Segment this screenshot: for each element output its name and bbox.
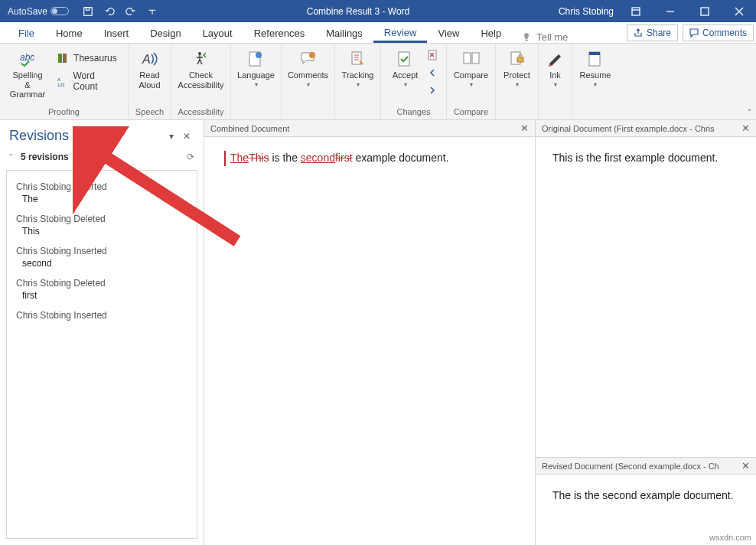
close-icon[interactable]: ✕ xyxy=(520,122,529,134)
collapse-revisions-icon[interactable]: ˄ xyxy=(9,153,13,161)
tab-home[interactable]: Home xyxy=(45,23,93,43)
revisions-pane: Revisions ▾ ✕ ˄ 5 revisions ⟳ Chris Stob… xyxy=(0,120,204,545)
revision-item[interactable]: Chris Stobing Deletedfirst xyxy=(7,273,197,305)
svg-text:A: A xyxy=(57,77,60,82)
combined-document-pane: Combined Document✕ TheThis is the second… xyxy=(204,120,536,545)
reject-icon xyxy=(428,50,442,60)
svg-point-18 xyxy=(309,52,315,58)
svg-point-17 xyxy=(256,52,262,58)
comments-button[interactable]: Comments xyxy=(683,24,754,41)
close-icon[interactable]: ✕ xyxy=(741,122,750,134)
inserted-text: The xyxy=(230,152,249,164)
revisions-title: Revisions xyxy=(9,128,164,144)
autosave-toggle[interactable]: AutoSave xyxy=(8,6,69,17)
revision-item[interactable]: Chris Stobing DeletedThis xyxy=(7,209,197,241)
lightbulb-icon xyxy=(521,32,532,43)
accessibility-icon xyxy=(192,50,210,68)
inserted-text: second xyxy=(301,152,335,164)
original-doc-body[interactable]: This is the first example document. xyxy=(536,137,756,180)
prev-icon xyxy=(428,67,442,78)
revision-item[interactable]: Chris Stobing Inserted xyxy=(7,305,197,327)
read-aloud-button[interactable]: A Read Aloud xyxy=(131,47,169,92)
tracking-dropdown[interactable]: Tracking▾ xyxy=(337,47,379,90)
language-icon xyxy=(247,50,266,68)
svg-rect-2 xyxy=(632,8,640,15)
revised-doc-body[interactable]: The is the second example document. xyxy=(536,475,756,517)
share-button[interactable]: Share xyxy=(627,24,678,41)
combined-doc-title: Combined Document xyxy=(210,124,520,133)
protect-icon xyxy=(508,50,526,68)
group-label-speech: Speech xyxy=(133,106,166,118)
tab-mailings[interactable]: Mailings xyxy=(315,23,373,43)
spelling-grammar-button[interactable]: abc Spelling & Grammar xyxy=(5,47,51,102)
svg-rect-22 xyxy=(464,53,471,64)
combined-doc-body[interactable]: TheThis is the secondfirst example docum… xyxy=(204,137,535,545)
revision-item[interactable]: Chris Stobing Insertedsecond xyxy=(7,241,197,273)
comments-dropdown[interactable]: Comments▾ xyxy=(283,47,333,90)
svg-rect-10 xyxy=(58,54,62,63)
tab-review[interactable]: Review xyxy=(373,22,428,43)
tab-view[interactable]: View xyxy=(427,23,470,43)
svg-rect-25 xyxy=(517,57,523,62)
tab-design[interactable]: Design xyxy=(139,23,191,43)
revisions-count: 5 revisions xyxy=(21,152,187,162)
tab-file[interactable]: File xyxy=(8,23,45,43)
compare-icon xyxy=(462,50,481,68)
tell-me-search[interactable]: Tell me xyxy=(512,31,577,43)
revisions-close-icon[interactable]: ✕ xyxy=(179,131,194,142)
svg-rect-11 xyxy=(63,54,67,63)
svg-text:abc: abc xyxy=(20,52,34,63)
ribbon-display-icon[interactable] xyxy=(618,0,653,22)
svg-text:A: A xyxy=(142,53,151,66)
qat-customize-icon[interactable] xyxy=(147,6,158,17)
group-label-compare: Compare xyxy=(451,106,490,118)
minimize-button[interactable] xyxy=(653,0,687,22)
svg-point-15 xyxy=(198,52,201,55)
svg-rect-1 xyxy=(86,7,89,10)
maximize-button[interactable] xyxy=(687,0,722,22)
tab-layout[interactable]: Layout xyxy=(192,23,243,43)
collapse-ribbon-icon[interactable]: ˄ xyxy=(748,108,751,116)
tab-references[interactable]: References xyxy=(243,23,315,43)
read-aloud-icon: A xyxy=(141,50,159,68)
check-accessibility-button[interactable]: Check Accessibility xyxy=(174,47,229,92)
spelling-icon: abc xyxy=(18,50,37,68)
svg-rect-0 xyxy=(84,7,93,15)
save-icon[interactable] xyxy=(83,6,93,17)
resume-icon xyxy=(586,50,604,68)
word-count-button[interactable]: A123Word Count xyxy=(54,68,123,94)
svg-text:123: 123 xyxy=(57,83,65,87)
group-label-proofing: Proofing xyxy=(5,106,123,118)
user-name[interactable]: Chris Stobing xyxy=(559,6,614,17)
accept-icon xyxy=(396,50,415,68)
resume-button[interactable]: Resume▾ xyxy=(575,47,616,90)
deleted-text: This xyxy=(249,152,269,164)
next-change-button[interactable] xyxy=(428,85,442,98)
refresh-icon[interactable]: ⟳ xyxy=(187,152,194,162)
redo-icon[interactable] xyxy=(125,6,136,17)
ink-button[interactable]: Ink▾ xyxy=(536,47,575,90)
original-doc-title: Original Document (First example.docx - … xyxy=(542,124,741,133)
watermark: wsxdn.com xyxy=(709,533,751,542)
previous-change-button[interactable] xyxy=(428,67,442,80)
undo-icon[interactable] xyxy=(104,6,115,17)
reject-button[interactable] xyxy=(428,50,442,63)
share-icon xyxy=(634,28,643,38)
revised-doc-title: Revised Document (Second example.docx - … xyxy=(542,462,741,471)
next-icon xyxy=(428,85,442,96)
close-icon[interactable]: ✕ xyxy=(741,460,750,472)
svg-rect-20 xyxy=(399,52,409,66)
language-button[interactable]: Language▾ xyxy=(233,47,279,90)
thesaurus-button[interactable]: Thesaurus xyxy=(54,50,123,67)
revision-item[interactable]: Chris Stobing InsertedThe xyxy=(7,177,197,209)
revisions-options-icon[interactable]: ▾ xyxy=(164,131,179,142)
tab-help[interactable]: Help xyxy=(470,23,512,43)
accept-button[interactable]: Accept▾ xyxy=(386,47,425,90)
tab-insert[interactable]: Insert xyxy=(93,23,140,43)
tracking-icon xyxy=(349,50,367,68)
side-documents: Original Document (First example.docx - … xyxy=(536,120,756,545)
compare-button[interactable]: Compare▾ xyxy=(449,47,493,90)
group-label-changes: Changes xyxy=(386,106,442,118)
protect-button[interactable]: Protect▾ xyxy=(498,47,536,90)
close-button[interactable] xyxy=(722,0,756,22)
